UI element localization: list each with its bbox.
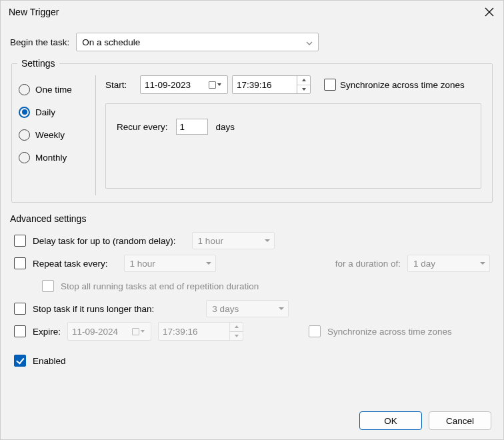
chevron-down-icon [480,262,485,265]
radio-label: Weekly [35,130,65,140]
radio-label: Monthly [35,153,67,163]
window-title: New Trigger [9,7,59,17]
chevron-down-icon [206,262,211,265]
repeat-value: 1 hour [130,259,155,269]
radio-icon [19,84,30,95]
expire-date-value: 11-09-2024 [72,327,118,337]
enabled-label: Enabled [33,356,66,366]
expire-time-value: 17:39:16 [163,327,198,337]
radio-one-time[interactable]: One time [19,78,91,101]
delay-checkbox[interactable] [14,235,26,247]
delay-label: Delay task for up to (random delay): [33,236,176,246]
repeat-label: Repeat task every: [33,259,108,269]
chevron-down-icon [265,239,270,242]
sync-timezones-label: Synchronize across time zones [340,80,465,90]
chevron-down-icon [306,37,313,47]
time-spinner[interactable] [297,76,310,93]
radio-label: Daily [35,107,55,117]
recur-every-input[interactable]: 1 [176,119,208,135]
radio-monthly[interactable]: Monthly [19,146,91,169]
ok-button[interactable]: OK [359,411,422,430]
expire-time-input[interactable]: 17:39:16 [158,322,243,341]
recur-panel: Recur every: 1 days [105,103,481,189]
advanced-legend: Advanced settings [10,213,494,224]
calendar-dropdown-icon[interactable] [206,81,223,89]
radio-icon [19,129,30,141]
begin-task-value: On a schedule [82,37,140,47]
stop-if-checkbox[interactable] [14,303,26,315]
expire-date-input[interactable]: 11-09-2024 [67,322,151,341]
repeat-checkbox[interactable] [14,257,26,269]
start-time-input[interactable]: 17:39:16 [232,75,311,94]
stop-if-select[interactable]: 3 days [206,300,289,317]
stop-if-value: 3 days [212,304,239,314]
expire-checkbox[interactable] [14,325,26,337]
cancel-button[interactable]: Cancel [429,411,491,430]
start-time-value: 17:39:16 [237,80,272,90]
expire-sync-label: Synchronize across time zones [327,327,452,337]
recur-suffix: days [216,122,235,132]
stop-all-checkbox [42,280,54,292]
radio-daily[interactable]: Daily [19,101,91,123]
time-spinner[interactable] [229,323,243,340]
start-date-input[interactable]: 11-09-2023 [140,75,228,94]
duration-value: 1 day [413,259,435,269]
radio-icon [19,152,30,163]
expire-label: Expire: [33,327,61,337]
chevron-down-icon [279,307,284,310]
begin-task-select[interactable]: On a schedule [76,33,319,51]
calendar-dropdown-icon[interactable] [129,328,147,335]
recur-prefix: Recur every: [117,122,168,132]
radio-label: One time [35,85,72,95]
schedule-radio-group: One time Daily Weekly Monthly [17,75,96,195]
stop-all-label: Stop all running tasks at end of repetit… [61,281,259,291]
begin-task-label: Begin the task: [10,37,69,47]
start-label: Start: [105,80,136,90]
duration-select[interactable]: 1 day [407,255,490,272]
close-icon[interactable] [483,6,495,18]
stop-if-label: Stop task if it runs longer than: [33,304,154,314]
radio-icon [19,107,30,118]
radio-weekly[interactable]: Weekly [19,123,91,146]
sync-timezones-checkbox[interactable] [324,79,336,91]
duration-label: for a duration of: [335,259,401,269]
settings-legend: Settings [17,58,59,69]
expire-sync-checkbox [309,325,321,337]
repeat-select[interactable]: 1 hour [124,255,216,272]
enabled-checkbox[interactable] [14,355,26,367]
start-date-value: 11-09-2023 [145,80,191,90]
delay-value: 1 hour [198,236,223,246]
delay-select[interactable]: 1 hour [192,232,275,249]
